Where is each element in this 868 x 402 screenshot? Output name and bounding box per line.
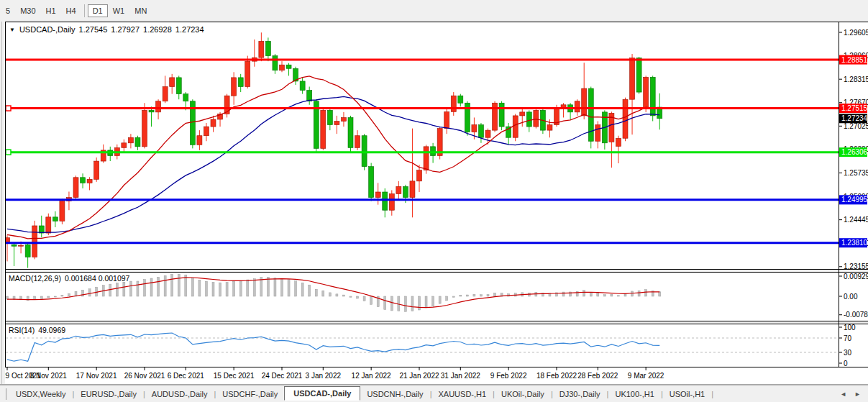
candle-body bbox=[265, 41, 270, 55]
candle-body bbox=[12, 245, 17, 246]
tab-usdcnh-daily[interactable]: USDCNH-,Daily bbox=[360, 390, 429, 398]
candle-body bbox=[232, 78, 237, 96]
macd-histogram-bar bbox=[603, 295, 606, 296]
candle-body bbox=[60, 201, 65, 221]
price-axis-tick-label: 1.23155 bbox=[844, 262, 868, 270]
candle-body bbox=[499, 103, 504, 127]
candle-body bbox=[630, 58, 635, 100]
candle-body bbox=[183, 94, 188, 101]
macd-histogram-bar bbox=[281, 278, 283, 296]
line-anchor-handle[interactable] bbox=[6, 150, 11, 155]
macd-histogram-bar bbox=[419, 296, 421, 310]
candle-body bbox=[300, 81, 305, 91]
candle-body bbox=[197, 136, 202, 145]
candle-body bbox=[156, 101, 161, 112]
candle-body bbox=[375, 192, 380, 198]
tab-dj30-daily[interactable]: DJ30-,Daily bbox=[553, 390, 607, 398]
tab-ukoil-daily[interactable]: UKOil-,Daily bbox=[495, 390, 551, 398]
tab-uk100-h1[interactable]: UK100-,H1 bbox=[608, 390, 660, 398]
candle-body bbox=[588, 88, 593, 141]
candle-body bbox=[458, 96, 463, 103]
date-label: 17 Nov 2021 bbox=[76, 372, 117, 380]
price-axis-tick-label: 1.24445 bbox=[844, 216, 868, 224]
candle-body bbox=[547, 125, 552, 131]
candle-body bbox=[238, 78, 243, 87]
macd-histogram-bar bbox=[260, 278, 262, 296]
tab-scroll-left-icon[interactable]: ◄ bbox=[840, 390, 846, 398]
macd-histogram-bar bbox=[597, 293, 599, 296]
macd-histogram-bar bbox=[267, 277, 269, 296]
tab-eurusd-daily[interactable]: EURUSD-,Daily bbox=[74, 390, 143, 398]
candle-body bbox=[403, 186, 408, 197]
rsi-value: 49.0969 bbox=[38, 326, 65, 334]
macd-name: MACD(12,26,9) bbox=[9, 274, 61, 283]
macd-histogram-bar bbox=[363, 296, 365, 301]
price-level-badge: 1.26306 bbox=[841, 148, 868, 156]
candle-body bbox=[410, 181, 415, 198]
macd-histogram-bar bbox=[123, 282, 125, 296]
macd-histogram-bar bbox=[494, 293, 496, 296]
candle-body bbox=[389, 194, 394, 211]
macd-histogram-bar bbox=[631, 291, 634, 296]
tab-usdchf-daily[interactable]: USDCHF-,Daily bbox=[216, 390, 284, 398]
date-label: 18 Feb 2022 bbox=[536, 372, 577, 380]
tab-scroll-arrows: ◄► bbox=[840, 390, 861, 398]
candle-body bbox=[94, 161, 99, 179]
price-level-badge: 1.28851 bbox=[841, 56, 868, 64]
candle-body bbox=[644, 77, 649, 108]
tabbar-edge-separator bbox=[6, 388, 6, 400]
candle-body bbox=[485, 130, 490, 137]
macd-histogram-bar bbox=[68, 293, 70, 296]
window-left-edge bbox=[0, 22, 5, 384]
macd-histogram-bar bbox=[185, 275, 187, 296]
candle-body bbox=[383, 192, 388, 210]
date-label: 9 Feb 2022 bbox=[490, 372, 527, 380]
tab-usdx-weekly[interactable]: USDX,Weekly bbox=[9, 390, 72, 398]
macd-indicator-label: MACD(12,26,9) 0.001684 0.001097 bbox=[9, 274, 129, 283]
candle-body bbox=[204, 127, 209, 136]
macd-histogram-bar bbox=[432, 296, 434, 306]
candle-body bbox=[348, 117, 353, 147]
tab-usoil-h1[interactable]: USOil-,H1 bbox=[663, 390, 712, 398]
date-label: 26 Nov 2021 bbox=[124, 372, 165, 380]
candle-body bbox=[526, 112, 531, 127]
tab-scroll-right-icon[interactable]: ► bbox=[854, 390, 861, 398]
candle-body bbox=[128, 137, 133, 143]
line-anchor-handle[interactable] bbox=[6, 106, 11, 111]
macd-histogram-bar bbox=[191, 278, 193, 296]
candle-body bbox=[73, 178, 78, 198]
candle-body bbox=[25, 245, 30, 257]
macd-histogram-bar bbox=[212, 282, 214, 296]
candle-body bbox=[623, 99, 628, 138]
candle-body bbox=[280, 65, 285, 70]
macd-histogram-bar bbox=[239, 281, 242, 296]
macd-histogram-bar bbox=[624, 294, 626, 296]
price-axis[interactable]: 1.296051.289601.283151.276701.270251.263… bbox=[839, 29, 868, 367]
date-label: 3 Jan 2022 bbox=[306, 372, 342, 380]
price-chart[interactable]: 1.296051.289601.283151.276701.270251.263… bbox=[0, 0, 868, 402]
macd-histogram-bar bbox=[178, 274, 180, 296]
candle-body bbox=[369, 167, 374, 198]
candle-body bbox=[286, 65, 291, 68]
macd-histogram-bar bbox=[329, 293, 331, 296]
macd-histogram-bar bbox=[164, 275, 166, 296]
macd-histogram-bar bbox=[274, 278, 276, 296]
date-label: 24 Dec 2021 bbox=[262, 372, 303, 380]
macd-histogram-bar bbox=[357, 296, 359, 298]
chart-background bbox=[5, 22, 868, 384]
candle-body bbox=[575, 101, 580, 112]
date-label: 6 Dec 2021 bbox=[168, 372, 205, 380]
price-axis-tick-label: 1.25735 bbox=[844, 169, 868, 177]
tab-audusd-daily[interactable]: AUDUSD-,Daily bbox=[145, 390, 214, 398]
candle-body bbox=[122, 143, 127, 148]
candle-body bbox=[135, 137, 140, 147]
tab-xauusd-h1[interactable]: XAUUSD-,H1 bbox=[431, 390, 493, 398]
date-label: 8 Nov 2021 bbox=[30, 372, 68, 380]
candle-body bbox=[355, 136, 360, 148]
tab-usdcad-daily[interactable]: USDCAD-,Daily bbox=[284, 386, 360, 401]
candle-body bbox=[142, 110, 147, 147]
macd-histogram-bar bbox=[150, 278, 152, 296]
macd-histogram-bar bbox=[336, 294, 338, 296]
candle-body bbox=[334, 121, 339, 124]
candle-body bbox=[46, 217, 51, 233]
